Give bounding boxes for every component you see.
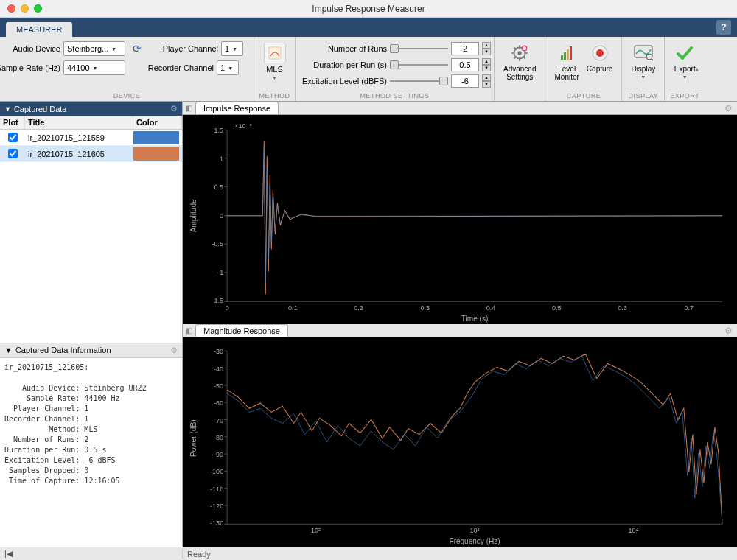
svg-point-9 — [596, 49, 604, 57]
table-row[interactable]: ir_20210715_121605 — [0, 146, 182, 162]
level-monitor-icon — [556, 43, 578, 63]
player-channel-dropdown[interactable]: 1 — [221, 41, 243, 56]
svg-text:0.3: 0.3 — [421, 305, 430, 312]
method-section-label: METHOD — [254, 92, 295, 99]
svg-text:-60: -60 — [214, 399, 223, 407]
display-section: Display ▼ DISPLAY — [622, 37, 665, 101]
magnitude-response-chart[interactable]: -30-40-50-60-70-80-90-100-110-120-130 10… — [183, 337, 737, 547]
chevron-down-icon: ▼ — [640, 74, 646, 80]
gear-icon[interactable]: ⚙ — [724, 326, 733, 336]
excitation-value[interactable]: -6 — [451, 74, 479, 88]
collapse-toolbar-icon[interactable]: ▲ — [694, 66, 700, 73]
handle-icon[interactable]: ◧ — [186, 104, 192, 112]
gear-icon[interactable]: ⚙ — [724, 103, 733, 113]
capture-button[interactable]: Capture — [585, 41, 615, 89]
svg-text:0.7: 0.7 — [685, 305, 694, 312]
svg-text:0.6: 0.6 — [618, 305, 627, 312]
handle-icon[interactable]: ◧ — [186, 326, 192, 335]
num-runs-label: Number of Runs — [298, 44, 387, 53]
plot-checkbox[interactable] — [8, 149, 18, 158]
display-icon — [632, 43, 654, 63]
player-channel-label: Player Channel — [149, 44, 218, 53]
collapse-triangle-icon: ▼ — [4, 105, 11, 113]
sample-rate-dropdown[interactable]: 44100 — [63, 60, 125, 75]
svg-text:-1: -1 — [217, 269, 223, 276]
tab-measurer[interactable]: MEASURER — [6, 22, 72, 37]
level-monitor-button[interactable]: Level Monitor — [553, 41, 580, 89]
method-section: MLS ▼ METHOD — [254, 37, 296, 101]
info-panel-header[interactable]: ▼ Captured Data Information ⚙ — [0, 343, 182, 358]
window-title: Impulse Response Measurer — [0, 4, 737, 14]
impulse-response-tab[interactable]: Impulse Response — [195, 102, 279, 114]
num-runs-value[interactable]: 2 — [451, 42, 479, 55]
duration-stepper[interactable]: ▲▼ — [482, 58, 491, 71]
duration-slider[interactable] — [390, 60, 448, 70]
svg-text:0.5: 0.5 — [214, 184, 224, 192]
advanced-settings-button[interactable]: Advanced Settings — [502, 41, 537, 89]
impulse-tab-row: ◧ Impulse Response ⚙ — [183, 102, 737, 115]
display-button[interactable]: Display ▼ — [629, 41, 657, 89]
svg-text:Amplitude: Amplitude — [189, 199, 198, 232]
refresh-devices-icon[interactable]: ⟳ — [128, 43, 146, 55]
svg-text:0.4: 0.4 — [486, 305, 496, 312]
capture-section: Level Monitor Capture CAPTURE — [545, 37, 622, 101]
advanced-section: Advanced Settings — [495, 37, 545, 101]
svg-text:-80: -80 — [214, 434, 223, 441]
magnitude-response-tab[interactable]: Magnitude Response — [195, 324, 288, 337]
method-label: MLS — [266, 65, 283, 74]
maximize-window-button[interactable] — [34, 4, 42, 13]
plot-checkbox[interactable] — [8, 133, 18, 142]
gear-icon — [509, 43, 531, 63]
gear-icon[interactable]: ⚙ — [170, 346, 178, 355]
duration-value[interactable]: 0.5 — [451, 58, 479, 71]
table-row[interactable]: ir_20210715_121559 — [0, 130, 182, 146]
minimize-window-button[interactable] — [21, 4, 29, 13]
svg-text:-30: -30 — [214, 349, 223, 356]
svg-text:Frequency (Hz): Frequency (Hz) — [450, 537, 500, 545]
svg-text:-70: -70 — [214, 417, 223, 424]
close-window-button[interactable] — [7, 4, 15, 13]
svg-text:10²: 10² — [311, 528, 321, 535]
svg-text:-130: -130 — [210, 520, 223, 528]
recorder-channel-dropdown[interactable]: 1 — [217, 60, 239, 75]
svg-text:10⁴: 10⁴ — [629, 528, 639, 535]
svg-text:-120: -120 — [210, 503, 223, 510]
audio-device-dropdown[interactable]: Steinberg... — [63, 41, 125, 56]
toolbar: Audio Device Steinberg... ⟳ Player Chann… — [0, 37, 737, 102]
capture-section-label: CAPTURE — [545, 92, 621, 99]
right-panel: ◧ Impulse Response ⚙ ×10⁻³ 1.510.5 0-0.5… — [183, 102, 737, 547]
status-ready: Ready — [183, 550, 211, 559]
svg-rect-40 — [183, 337, 737, 547]
num-runs-stepper[interactable]: ▲▼ — [482, 42, 491, 55]
color-swatch[interactable] — [133, 131, 179, 144]
excitation-slider[interactable] — [390, 76, 448, 86]
settings-section-label: METHOD SETTINGS — [296, 92, 494, 99]
impulse-response-chart[interactable]: ×10⁻³ 1.510.5 0-0.5-1-1.5 00.10.20.30.40… — [183, 115, 737, 324]
svg-rect-4 — [561, 55, 563, 60]
excitation-stepper[interactable]: ▲▼ — [482, 74, 491, 88]
svg-text:-40: -40 — [214, 365, 223, 373]
svg-text:Time (s): Time (s) — [461, 315, 488, 323]
help-button[interactable]: ? — [716, 20, 731, 35]
svg-text:-50: -50 — [214, 382, 223, 390]
captured-data-header[interactable]: ▼ Captured Data ⚙ — [0, 102, 182, 116]
svg-text:-1.5: -1.5 — [212, 298, 224, 305]
svg-text:0.1: 0.1 — [288, 305, 298, 312]
svg-text:1.5: 1.5 — [214, 127, 224, 135]
gear-icon[interactable]: ⚙ — [170, 104, 178, 113]
chevron-down-icon: ▼ — [682, 74, 688, 80]
method-icon[interactable] — [264, 43, 286, 63]
svg-text:×10⁻³: ×10⁻³ — [234, 122, 251, 130]
export-section: Export ▼ EXPORT ▲ — [665, 37, 705, 101]
col-color-header: Color — [133, 116, 182, 129]
color-swatch[interactable] — [133, 147, 179, 161]
export-section-label: EXPORT — [665, 92, 705, 99]
svg-text:10³: 10³ — [470, 528, 480, 535]
num-runs-slider[interactable] — [390, 43, 448, 54]
svg-text:-100: -100 — [210, 469, 223, 476]
left-panel: ▼ Captured Data ⚙ Plot Title Color ir_20… — [0, 102, 183, 547]
svg-rect-6 — [567, 49, 569, 60]
svg-rect-5 — [564, 52, 566, 60]
checkmark-icon — [674, 43, 696, 63]
method-dropdown-arrow[interactable]: ▼ — [272, 75, 277, 80]
